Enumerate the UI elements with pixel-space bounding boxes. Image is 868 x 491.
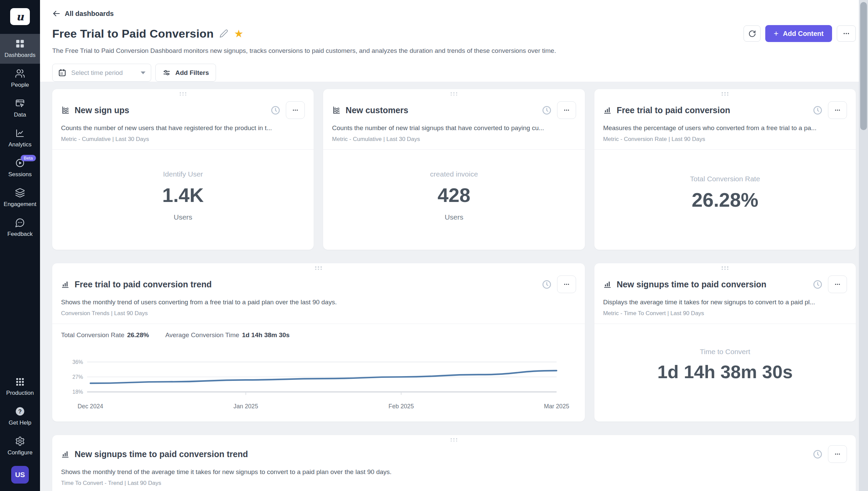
stat-total-conversion-rate: Total Conversion Rate26.28%	[61, 331, 149, 339]
clock-icon[interactable]	[541, 105, 552, 116]
sidebar-item-production[interactable]: Production	[0, 372, 40, 402]
x-tick-label: Mar 2025	[544, 403, 569, 410]
drag-handle[interactable]	[180, 92, 186, 96]
kpi-label: Total Conversion Rate	[603, 175, 847, 183]
kpi-sub-label: Users	[61, 213, 305, 221]
card-more-button[interactable]	[286, 101, 305, 119]
kpi-value: 26.28%	[603, 188, 847, 211]
user-avatar[interactable]: US	[11, 466, 29, 484]
card-title: New customers	[346, 105, 408, 115]
sidebar: u Dashboards People Data Analytics	[0, 0, 40, 491]
stat-average-conversion-time: Average Conversion Time1d 14h 38m 30s	[165, 331, 290, 339]
drag-handle[interactable]	[722, 266, 729, 270]
main-area: All dashboards Free Trial to Paid Conver…	[40, 0, 868, 491]
dashboard-content: New sign ups Counts the number of new us…	[40, 82, 868, 491]
x-tick-label: Jan 2025	[234, 403, 258, 410]
clock-icon[interactable]	[812, 449, 823, 459]
sidebar-item-label: Data	[14, 111, 26, 118]
clock-icon[interactable]	[270, 105, 281, 116]
sidebar-item-analytics[interactable]: Analytics	[0, 123, 40, 153]
ellipsis-icon	[292, 107, 298, 113]
ellipsis-icon	[834, 281, 841, 287]
back-label: All dashboards	[65, 10, 114, 18]
card-new-sign-ups: New sign ups Counts the number of new us…	[52, 89, 314, 250]
chevron-down-icon	[141, 71, 145, 74]
sidebar-item-engagement[interactable]: Engagement	[0, 183, 40, 213]
card-description: Measures the percentage of users who con…	[603, 124, 847, 132]
sidebar-item-configure[interactable]: Configure	[0, 431, 40, 461]
page-header: All dashboards Free Trial to Paid Conver…	[40, 0, 868, 82]
card-free-trial-conversion: Free trial to paid conversion Measures t…	[594, 89, 856, 250]
sidebar-item-dashboards[interactable]: Dashboards	[0, 34, 40, 64]
card-more-button[interactable]	[828, 445, 847, 463]
sidebar-item-people[interactable]: People	[0, 64, 40, 94]
data-icon	[15, 98, 25, 108]
clock-icon[interactable]	[541, 279, 552, 290]
sidebar-item-label: Sessions	[8, 171, 32, 178]
drag-handle[interactable]	[451, 438, 457, 442]
add-filters-button[interactable]: Add Filters	[155, 64, 216, 82]
card-more-button[interactable]	[828, 101, 847, 119]
card-more-button[interactable]	[557, 101, 576, 119]
clock-icon[interactable]	[812, 105, 823, 116]
card-meta: Metric - Conversion Rate | Last 90 Days	[603, 136, 847, 143]
refresh-button[interactable]	[744, 25, 761, 42]
plus-icon: +	[774, 29, 778, 38]
favorite-star-icon[interactable]: ★	[234, 28, 243, 39]
back-link[interactable]: All dashboards	[52, 9, 114, 18]
card-description: Displays the average time it takes for n…	[603, 299, 847, 306]
calendar-icon	[58, 68, 66, 77]
card-meta: Conversion Trends | Last 90 Days	[61, 310, 576, 317]
drag-handle[interactable]	[722, 92, 729, 96]
time-period-select[interactable]: Select time period	[52, 64, 151, 82]
card-title: New signups time to paid conversion	[617, 280, 767, 289]
kpi-value: 1d 14h 38m 30s	[603, 361, 847, 382]
refresh-icon	[748, 30, 756, 38]
card-title: Free trial to paid conversion	[617, 105, 730, 115]
page-title: Free Trial to Paid Conversion	[52, 27, 214, 40]
people-icon	[15, 68, 25, 79]
sidebar-item-label: Production	[6, 390, 34, 396]
sidebar-item-label: Configure	[7, 449, 33, 456]
scrollbar-thumb[interactable]	[860, 2, 867, 130]
kpi-label: created invoice	[332, 170, 576, 178]
sidebar-item-data[interactable]: Data	[0, 94, 40, 123]
gear-icon	[15, 436, 25, 446]
sidebar-item-label: People	[11, 82, 29, 88]
card-time-to-conversion-trend: New signups time to paid conversion tren…	[52, 435, 856, 491]
sidebar-item-feedback[interactable]: Feedback	[0, 213, 40, 243]
ellipsis-icon	[564, 107, 570, 113]
ellipsis-icon	[834, 451, 841, 457]
drag-handle[interactable]	[451, 92, 457, 96]
trend-chart-svg: 36% 27% 18% Dec 2024 Jan 2025 Feb 2025 M…	[64, 347, 573, 412]
logo-letter: u	[16, 11, 24, 23]
card-meta: Time To Convert - Trend | Last 90 Days	[61, 480, 847, 487]
drag-handle[interactable]	[315, 266, 322, 270]
card-description: Shows the monthly trend of users convert…	[61, 299, 576, 306]
cumulative-metric-icon	[61, 106, 70, 115]
x-tick-label: Feb 2025	[389, 403, 414, 410]
x-tick-label: Dec 2024	[78, 403, 103, 410]
card-meta: Metric - Cumulative | Last 30 Days	[332, 136, 576, 143]
sidebar-item-sessions[interactable]: Beta Sessions	[0, 153, 40, 183]
sidebar-item-get-help[interactable]: ? Get Help	[0, 402, 40, 431]
sidebar-footer: Production ? Get Help Configure US	[0, 372, 40, 491]
edit-title-icon[interactable]	[219, 29, 228, 38]
page-scrollbar[interactable]	[859, 0, 868, 491]
header-more-button[interactable]	[837, 25, 856, 42]
card-more-button[interactable]	[828, 275, 847, 293]
filter-sliders-icon	[162, 68, 171, 77]
dashboards-icon	[15, 39, 25, 49]
help-icon: ?	[15, 406, 25, 416]
card-time-to-conversion: New signups time to paid conversion Disp…	[594, 263, 856, 422]
sidebar-item-label: Feedback	[7, 231, 33, 238]
card-more-button[interactable]	[557, 275, 576, 293]
card-title: Free trial to paid conversion trend	[75, 280, 212, 289]
add-content-button[interactable]: + Add Content	[765, 25, 832, 42]
clock-icon[interactable]	[812, 279, 823, 290]
app-logo[interactable]: u	[10, 8, 30, 25]
engagement-layers-icon	[15, 188, 25, 198]
kpi-value: 1.4K	[61, 184, 305, 206]
sidebar-item-label: Engagement	[4, 201, 36, 208]
bar-metric-icon	[603, 280, 612, 289]
